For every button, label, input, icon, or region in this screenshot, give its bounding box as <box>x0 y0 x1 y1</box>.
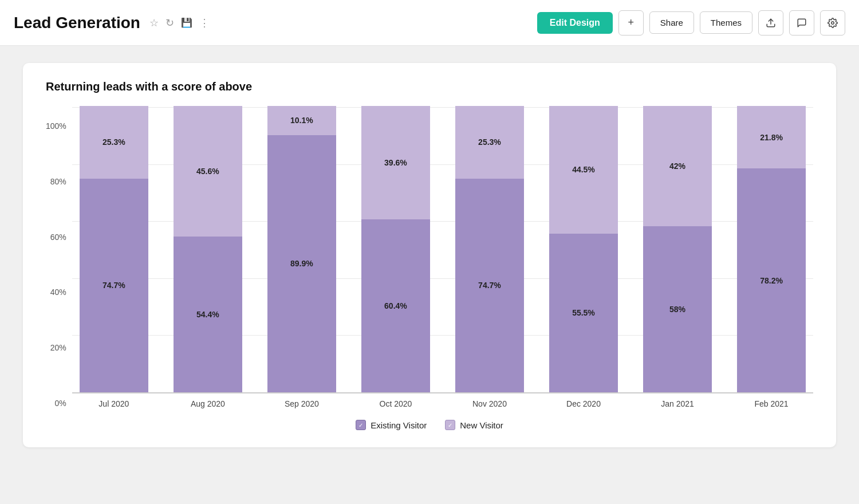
header-icon-group: ☆ ↻ 💾 ⋮ <box>149 17 210 29</box>
bar-group: 21.8%78.2% <box>730 107 813 392</box>
y-axis-label: 20% <box>46 344 66 352</box>
bar-segment-existing-visitor: 74.7% <box>455 179 524 393</box>
edit-design-button[interactable]: Edit Design <box>537 12 613 34</box>
bar-segment-new-visitor: 25.3% <box>455 106 524 179</box>
bar-stack: 25.3%74.7% <box>80 106 148 392</box>
bar-stack: 42%58% <box>643 106 712 392</box>
bar-segment-existing-visitor: 54.4% <box>174 237 242 392</box>
bar-segment-new-visitor: 39.6% <box>361 106 430 219</box>
main-content: Returning leads with a score of above 0%… <box>0 46 859 464</box>
y-axis: 0%20%40%60%80%100% <box>46 122 66 408</box>
svg-point-1 <box>832 21 834 24</box>
themes-button[interactable]: Themes <box>700 11 752 34</box>
refresh-icon[interactable]: ↻ <box>166 17 174 29</box>
share-button[interactable]: Share <box>649 11 694 34</box>
save-icon[interactable]: 💾 <box>181 17 192 28</box>
settings-button[interactable] <box>820 10 845 36</box>
bar-segment-new-visitor: 44.5% <box>549 106 618 234</box>
page-title: Lead Generation <box>14 14 140 32</box>
legend-existing-visitor: ✓ Existing Visitor <box>356 420 427 430</box>
chart-body: 25.3%74.7%45.6%54.4%10.1%89.9%39.6%60.4%… <box>72 107 813 408</box>
x-axis-label: Sep 2020 <box>260 399 344 408</box>
y-axis-label: 80% <box>46 178 66 186</box>
header-right-actions: Edit Design + Share Themes <box>537 10 845 36</box>
bar-segment-existing-visitor: 78.2% <box>737 168 806 392</box>
y-axis-label: 0% <box>46 399 66 407</box>
star-icon[interactable]: ☆ <box>149 17 159 29</box>
legend-box-new: ✓ <box>445 420 455 430</box>
chart-title: Returning leads with a score of above <box>46 80 813 93</box>
bar-stack: 45.6%54.4% <box>174 106 242 392</box>
y-axis-label: 60% <box>46 233 66 241</box>
bar-segment-new-visitor: 25.3% <box>80 106 148 179</box>
bars-row: 25.3%74.7%45.6%54.4%10.1%89.9%39.6%60.4%… <box>72 107 813 393</box>
bar-group: 25.3%74.7% <box>448 107 531 392</box>
y-axis-label: 40% <box>46 288 66 296</box>
legend-new-visitor: ✓ New Visitor <box>445 420 503 430</box>
bar-segment-new-visitor: 21.8% <box>737 106 806 168</box>
bar-stack: 44.5%55.5% <box>549 106 618 392</box>
y-axis-label: 100% <box>46 122 66 130</box>
legend: ✓ Existing Visitor ✓ New Visitor <box>46 420 813 430</box>
x-axis-label: Nov 2020 <box>448 399 531 408</box>
more-icon[interactable]: ⋮ <box>199 17 210 29</box>
x-labels: Jul 2020Aug 2020Sep 2020Oct 2020Nov 2020… <box>72 399 813 408</box>
x-axis-label: Oct 2020 <box>354 399 438 408</box>
bar-group: 10.1%89.9% <box>260 107 344 392</box>
comment-button[interactable] <box>789 10 814 36</box>
bar-group: 39.6%60.4% <box>354 107 438 392</box>
bar-stack: 25.3%74.7% <box>455 106 524 392</box>
legend-box-existing: ✓ <box>356 420 366 430</box>
x-axis-label: Jul 2020 <box>72 399 156 408</box>
bar-stack: 21.8%78.2% <box>737 106 806 392</box>
x-axis-label: Feb 2021 <box>730 399 813 408</box>
bar-segment-existing-visitor: 58% <box>643 226 712 392</box>
bar-segment-new-visitor: 10.1% <box>267 106 336 135</box>
chart-area: 0%20%40%60%80%100% 25.3%74.7%45.6%54.4%1… <box>46 107 813 408</box>
bar-segment-existing-visitor: 89.9% <box>267 135 336 393</box>
bar-segment-existing-visitor: 55.5% <box>549 234 618 393</box>
export-button[interactable] <box>758 10 783 36</box>
bar-group: 44.5%55.5% <box>542 107 625 392</box>
chart-card: Returning leads with a score of above 0%… <box>23 63 836 447</box>
bar-segment-existing-visitor: 60.4% <box>361 219 430 392</box>
bar-stack: 10.1%89.9% <box>267 106 336 392</box>
x-axis-label: Aug 2020 <box>166 399 250 408</box>
legend-existing-label: Existing Visitor <box>371 420 427 430</box>
header: Lead Generation ☆ ↻ 💾 ⋮ Edit Design + Sh… <box>0 0 859 46</box>
legend-new-label: New Visitor <box>460 420 503 430</box>
x-axis-label: Dec 2020 <box>542 399 625 408</box>
bar-segment-existing-visitor: 74.7% <box>80 179 148 393</box>
bar-group: 45.6%54.4% <box>166 107 250 392</box>
bar-group: 42%58% <box>636 107 719 392</box>
add-button[interactable]: + <box>618 10 644 36</box>
bar-stack: 39.6%60.4% <box>361 106 430 392</box>
bar-group: 25.3%74.7% <box>72 107 156 392</box>
bar-segment-new-visitor: 45.6% <box>174 106 242 237</box>
x-axis-label: Jan 2021 <box>636 399 719 408</box>
bar-segment-new-visitor: 42% <box>643 106 712 226</box>
